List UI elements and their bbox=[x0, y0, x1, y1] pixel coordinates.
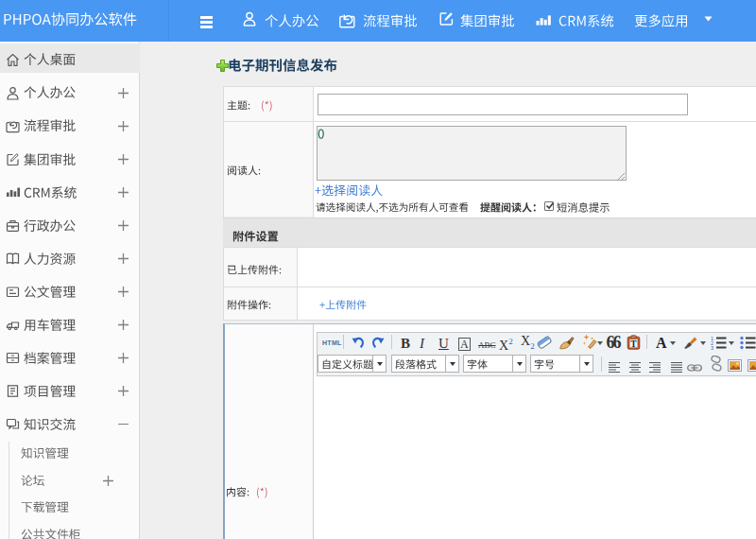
svg-text:3: 3 bbox=[711, 345, 713, 350]
svg-text:T: T bbox=[630, 339, 637, 349]
